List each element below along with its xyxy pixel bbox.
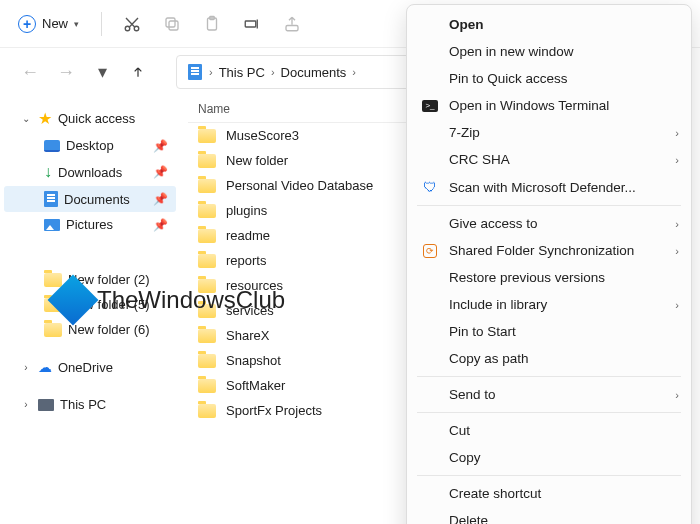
sidebar-item-quick-access[interactable]: ⌄ ★ Quick access — [4, 104, 176, 133]
menu-send-to[interactable]: Send to› — [407, 381, 691, 408]
pictures-icon — [44, 219, 60, 231]
pc-icon — [38, 399, 54, 411]
terminal-icon: >_ — [421, 100, 439, 112]
list-item-label: resources — [226, 278, 283, 293]
svg-rect-6 — [245, 21, 256, 27]
svg-rect-2 — [169, 21, 178, 30]
chevron-right-icon: › — [271, 66, 275, 78]
list-item-label: SportFx Projects — [226, 403, 322, 418]
back-button: ← — [16, 58, 44, 86]
sidebar-item-new-folder-5[interactable]: New folder (5) — [4, 292, 176, 317]
list-item-label: MuseScore3 — [226, 128, 299, 143]
menu-pin-start[interactable]: Pin to Start — [407, 318, 691, 345]
menu-7zip[interactable]: 7-Zip› — [407, 119, 691, 146]
cloud-icon: ☁ — [38, 359, 52, 375]
svg-point-0 — [125, 26, 130, 31]
folder-icon — [198, 179, 216, 193]
chevron-right-icon: › — [675, 218, 679, 230]
copy-icon — [154, 6, 190, 42]
folder-icon — [198, 254, 216, 268]
sidebar-item-documents[interactable]: Documents 📌 — [4, 186, 176, 212]
sidebar-item-onedrive[interactable]: › ☁ OneDrive — [4, 354, 176, 380]
svg-rect-3 — [166, 18, 175, 27]
folder-icon — [198, 129, 216, 143]
chevron-right-icon: › — [209, 66, 213, 78]
chevron-right-icon: › — [675, 245, 679, 257]
sidebar-label: OneDrive — [58, 360, 113, 375]
svg-point-1 — [134, 26, 139, 31]
list-item-label: reports — [226, 253, 266, 268]
sidebar-label: Desktop — [66, 138, 114, 153]
forward-button: → — [52, 58, 80, 86]
up-button[interactable] — [124, 58, 152, 86]
list-item-label: services — [226, 303, 274, 318]
context-menu: Open Open in new window Pin to Quick acc… — [406, 4, 692, 524]
folder-icon — [44, 298, 62, 312]
chevron-right-icon: › — [675, 389, 679, 401]
folder-icon — [44, 273, 62, 287]
menu-crc-sha[interactable]: CRC SHA› — [407, 146, 691, 173]
menu-separator — [417, 205, 681, 206]
documents-icon — [187, 64, 203, 80]
cut-icon[interactable] — [114, 6, 150, 42]
sidebar-label: This PC — [60, 397, 106, 412]
folder-icon — [198, 204, 216, 218]
chevron-down-icon: ▾ — [74, 19, 79, 29]
menu-defender[interactable]: 🛡Scan with Microsoft Defender... — [407, 173, 691, 201]
pin-icon: 📌 — [153, 139, 168, 153]
list-item-label: plugins — [226, 203, 267, 218]
menu-open-terminal[interactable]: >_Open in Windows Terminal — [407, 92, 691, 119]
list-item-label: Personal Video Database — [226, 178, 373, 193]
sidebar-item-desktop[interactable]: Desktop 📌 — [4, 133, 176, 158]
rename-icon[interactable] — [234, 6, 270, 42]
svg-rect-7 — [286, 25, 298, 30]
menu-cut[interactable]: Cut — [407, 417, 691, 444]
chevron-right-icon: › — [20, 362, 32, 373]
sidebar-item-new-folder-2[interactable]: New folder (2) — [4, 267, 176, 292]
new-button[interactable]: + New ▾ — [8, 9, 89, 39]
chevron-right-icon: › — [352, 66, 356, 78]
menu-include-library[interactable]: Include in library› — [407, 291, 691, 318]
menu-copy[interactable]: Copy — [407, 444, 691, 471]
menu-open-new-window[interactable]: Open in new window — [407, 38, 691, 65]
chevron-right-icon: › — [675, 127, 679, 139]
sidebar-item-pictures[interactable]: Pictures 📌 — [4, 212, 176, 237]
list-item-label: ShareX — [226, 328, 269, 343]
chevron-down-icon: ⌄ — [20, 113, 32, 124]
menu-copy-path[interactable]: Copy as path — [407, 345, 691, 372]
share-icon — [274, 6, 310, 42]
folder-icon — [198, 229, 216, 243]
column-label: Name — [198, 102, 230, 116]
folder-icon — [44, 323, 62, 337]
menu-pin-quick-access[interactable]: Pin to Quick access — [407, 65, 691, 92]
desktop-icon — [44, 140, 60, 152]
sidebar: ⌄ ★ Quick access Desktop 📌 ↓ Downloads 📌… — [0, 96, 180, 524]
menu-open[interactable]: Open — [407, 11, 691, 38]
menu-separator — [417, 475, 681, 476]
pin-icon: 📌 — [153, 165, 168, 179]
chevron-right-icon: › — [675, 299, 679, 311]
paste-icon — [194, 6, 230, 42]
menu-delete[interactable]: Delete — [407, 507, 691, 524]
sidebar-label: Downloads — [58, 165, 122, 180]
breadcrumb-documents[interactable]: Documents — [281, 65, 347, 80]
sidebar-item-downloads[interactable]: ↓ Downloads 📌 — [4, 158, 176, 186]
download-icon: ↓ — [44, 163, 52, 181]
chevron-right-icon: › — [20, 399, 32, 410]
folder-icon — [198, 304, 216, 318]
sync-icon: ⟳ — [421, 244, 439, 258]
sidebar-item-new-folder-6[interactable]: New folder (6) — [4, 317, 176, 342]
sidebar-label: New folder (5) — [68, 297, 150, 312]
menu-create-shortcut[interactable]: Create shortcut — [407, 480, 691, 507]
new-button-label: New — [42, 16, 68, 31]
menu-restore-versions[interactable]: Restore previous versions — [407, 264, 691, 291]
sidebar-item-this-pc[interactable]: › This PC — [4, 392, 176, 417]
breadcrumb-this-pc[interactable]: This PC — [219, 65, 265, 80]
sidebar-label: New folder (2) — [68, 272, 150, 287]
sidebar-label: New folder (6) — [68, 322, 150, 337]
menu-shared-sync[interactable]: ⟳Shared Folder Synchronization› — [407, 237, 691, 264]
folder-icon — [198, 379, 216, 393]
menu-give-access[interactable]: Give access to› — [407, 210, 691, 237]
history-chevron[interactable]: ▾ — [88, 58, 116, 86]
folder-icon — [198, 329, 216, 343]
